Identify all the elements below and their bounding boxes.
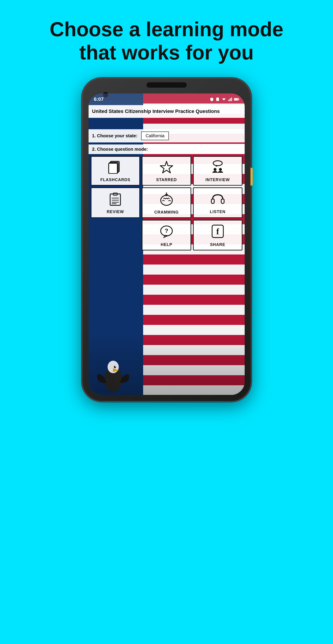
svg-marker-12: [160, 162, 173, 173]
eagle-area: [88, 332, 245, 395]
listen-icon: [210, 192, 225, 208]
share-icon: f: [210, 224, 225, 240]
help-label: HELP: [160, 242, 172, 247]
mode-grid: FLASHCARDS STARRED: [91, 156, 242, 250]
mode-button-starred[interactable]: STARRED: [142, 156, 191, 186]
flashcards-label: FLASHCARDS: [100, 178, 130, 182]
mode-button-help[interactable]: ? HELP: [142, 220, 191, 250]
battery-icon: [234, 98, 239, 101]
phone-device: 6:07: [82, 78, 252, 402]
page-header: Choose a learning mode that works for yo…: [23, 0, 310, 78]
mode-button-cramming[interactable]: CRAMMING: [142, 188, 191, 218]
status-time: 6:07: [94, 96, 104, 102]
listen-label: LISTEN: [210, 210, 226, 214]
sim-icon: [216, 97, 220, 101]
state-selector-row: 1. Choose your state: California: [88, 129, 245, 142]
step1-label: 1. Choose your state:: [92, 133, 138, 138]
eagle-icon: [95, 350, 131, 395]
state-value-display[interactable]: California: [141, 132, 169, 140]
review-icon: [108, 192, 122, 208]
wifi-icon: [222, 97, 226, 101]
cramming-icon: [159, 192, 174, 208]
svg-point-36: [114, 366, 116, 368]
svg-rect-2: [228, 100, 229, 101]
signal-icon: [228, 97, 232, 101]
mode-label-row: 2. Choose question mode:: [88, 144, 245, 154]
mode-button-flashcards[interactable]: FLASHCARDS: [91, 156, 140, 186]
svg-rect-7: [234, 98, 238, 100]
app-content: 6:07: [88, 94, 245, 395]
mode-button-review[interactable]: REVIEW: [91, 188, 140, 218]
cramming-label: CRAMMING: [154, 210, 179, 215]
mode-button-share[interactable]: f SHARE: [193, 220, 242, 250]
svg-point-16: [219, 168, 222, 171]
side-button: [250, 168, 253, 186]
svg-rect-11: [109, 163, 118, 174]
phone-screen: 6:07: [88, 94, 245, 395]
shield-icon: [210, 97, 214, 101]
interview-icon: [210, 160, 225, 176]
help-icon: ?: [159, 224, 174, 240]
phone-shell: 6:07: [82, 78, 252, 402]
svg-rect-27: [221, 199, 224, 203]
svg-point-23: [160, 196, 172, 206]
svg-text:f: f: [216, 227, 219, 236]
svg-rect-4: [230, 98, 231, 101]
page-title: Choose a learning mode that works for yo…: [50, 18, 283, 64]
svg-rect-8: [238, 98, 239, 100]
svg-point-37: [115, 366, 116, 367]
starred-label: STARRED: [156, 178, 177, 182]
step2-label: 2. Choose question mode:: [92, 147, 148, 152]
svg-rect-5: [231, 98, 232, 101]
app-title: United States Citizenship Interview Prac…: [92, 108, 241, 115]
flashcards-icon: [108, 160, 122, 176]
interview-label: INTERVIEW: [206, 178, 230, 182]
svg-rect-26: [211, 199, 214, 203]
svg-marker-1: [222, 98, 226, 100]
review-label: REVIEW: [107, 210, 124, 214]
status-icons: [210, 97, 239, 101]
phone-notch: [146, 82, 187, 88]
svg-text:?: ?: [165, 228, 168, 234]
mode-button-listen[interactable]: LISTEN: [193, 188, 242, 218]
status-bar: 6:07: [88, 94, 245, 105]
svg-point-15: [214, 168, 216, 171]
mode-button-interview[interactable]: INTERVIEW: [193, 156, 242, 186]
svg-rect-3: [229, 99, 230, 101]
svg-rect-0: [216, 98, 219, 101]
svg-point-13: [213, 161, 222, 166]
starred-icon: [159, 160, 174, 176]
app-header-bar: United States Citizenship Interview Prac…: [88, 105, 245, 118]
share-label: SHARE: [210, 242, 225, 247]
